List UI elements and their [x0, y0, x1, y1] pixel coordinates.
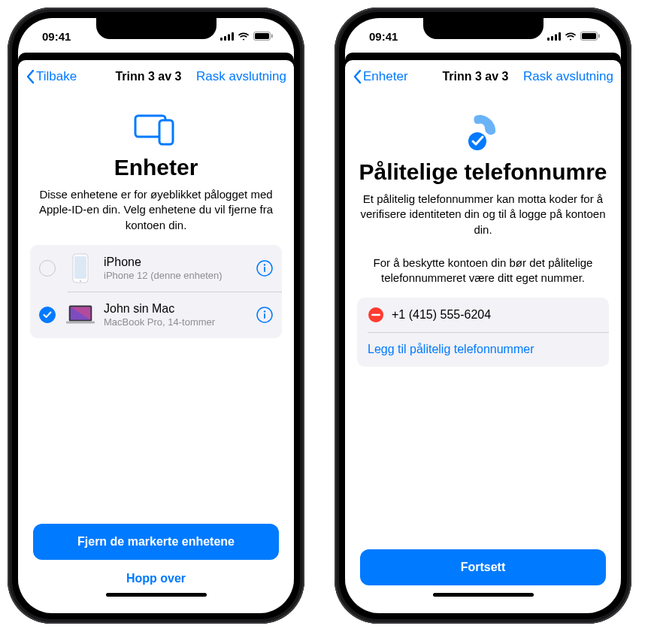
device-text: John sin Mac MacBook Pro, 14-tommer	[104, 302, 256, 328]
quick-exit-button[interactable]: Rask avslutning	[196, 69, 286, 84]
page-description-2: For å beskytte kontoen din bør det pålit…	[357, 255, 609, 286]
page-title: Enheter	[30, 155, 282, 180]
svg-rect-27	[598, 35, 600, 38]
svg-rect-6	[271, 35, 273, 38]
back-label: Enheter	[363, 69, 408, 84]
device-sub: iPhone 12 (denne enheten)	[104, 270, 256, 281]
info-icon[interactable]	[256, 260, 273, 277]
svg-rect-1	[224, 36, 226, 41]
devices-hero-icon	[30, 111, 282, 147]
svg-rect-23	[555, 34, 557, 41]
svg-rect-17	[66, 321, 95, 323]
iphone-thumb-icon	[65, 252, 96, 284]
device-text: iPhone iPhone 12 (denne enheten)	[104, 255, 256, 281]
phone-number-row[interactable]: +1 (415) 555-6204	[357, 298, 609, 332]
svg-rect-24	[559, 32, 561, 41]
add-phone-label: Legg til pålitelig telefonnummer	[368, 343, 534, 356]
svg-point-13	[264, 264, 265, 265]
screen: 09:41 Enheter Trinn 3 av 3 Rask avslutni…	[345, 18, 621, 613]
back-button[interactable]: Enheter	[353, 69, 428, 84]
phone-frame-right: 09:41 Enheter Trinn 3 av 3 Rask avslutni…	[335, 8, 631, 624]
modal-backdrop: Enheter Trinn 3 av 3 Rask avslutning Pål…	[345, 53, 621, 613]
wifi-icon	[565, 32, 577, 41]
back-label: Tilbake	[36, 69, 77, 84]
nav-title: Trinn 3 av 3	[428, 70, 523, 83]
content: Enheter Disse enhetene er for øyeblikket…	[18, 93, 294, 613]
notch	[96, 18, 216, 39]
wifi-icon	[238, 32, 250, 41]
modal-sheet: Tilbake Trinn 3 av 3 Rask avslutning Enh…	[18, 60, 294, 613]
svg-rect-2	[228, 34, 230, 41]
modal-sheet: Enheter Trinn 3 av 3 Rask avslutning Pål…	[345, 60, 621, 613]
cellular-icon	[547, 32, 561, 41]
svg-rect-20	[264, 313, 265, 319]
cellular-icon	[220, 32, 234, 41]
svg-rect-26	[582, 33, 596, 39]
page-description: Disse enhetene er for øyeblikket pålogge…	[30, 187, 282, 233]
chevron-left-icon	[26, 69, 35, 84]
remove-devices-button[interactable]: Fjern de markerte enhetene	[33, 524, 279, 560]
phone-number: +1 (415) 555-6204	[392, 308, 491, 322]
svg-rect-14	[264, 267, 265, 272]
page-title: Pålitelige telefonnumre	[357, 159, 609, 184]
screen: 09:41 Tilbake Trinn 3 av 3 Rask avslutni…	[18, 18, 294, 613]
skip-button[interactable]: Hopp over	[33, 567, 279, 588]
notch	[423, 18, 543, 39]
device-list: iPhone iPhone 12 (denne enheten)	[30, 245, 282, 338]
chevron-left-icon	[353, 69, 362, 84]
status-indicators	[547, 32, 600, 41]
home-indicator[interactable]	[433, 593, 534, 597]
phone-frame-left: 09:41 Tilbake Trinn 3 av 3 Rask avslutni…	[8, 8, 304, 624]
home-indicator[interactable]	[106, 593, 207, 597]
macbook-thumb-icon	[65, 299, 96, 331]
back-button[interactable]: Tilbake	[26, 69, 101, 84]
nav-bar: Enheter Trinn 3 av 3 Rask avslutning	[345, 60, 621, 93]
quick-exit-button[interactable]: Rask avslutning	[523, 69, 613, 84]
content: Pålitelige telefonnumre Et pålitelig tel…	[345, 93, 621, 613]
svg-rect-22	[551, 36, 553, 41]
svg-rect-21	[547, 38, 550, 41]
svg-point-19	[264, 310, 265, 312]
device-sub: MacBook Pro, 14-tommer	[104, 316, 256, 328]
modal-backdrop: Tilbake Trinn 3 av 3 Rask avslutning Enh…	[18, 53, 294, 613]
checkbox-checked[interactable]	[39, 307, 56, 323]
info-icon[interactable]	[256, 307, 273, 323]
svg-rect-30	[371, 314, 380, 316]
svg-point-11	[80, 280, 81, 282]
svg-rect-3	[232, 32, 234, 41]
remove-icon[interactable]	[368, 307, 384, 323]
svg-rect-0	[220, 38, 223, 41]
status-indicators	[220, 32, 273, 41]
device-row-mac[interactable]: John sin Mac MacBook Pro, 14-tommer	[30, 292, 282, 338]
bottom-actions: Fjern de markerte enhetene Hopp over	[30, 524, 282, 601]
svg-rect-10	[74, 256, 86, 279]
status-time: 09:41	[42, 30, 71, 43]
page-description-1: Et pålitelig telefonnummer kan motta kod…	[357, 192, 609, 237]
trusted-phone-hero-icon	[357, 111, 609, 152]
bottom-actions: Fortsett	[357, 549, 609, 601]
status-time: 09:41	[369, 30, 398, 43]
nav-title: Trinn 3 av 3	[101, 70, 196, 83]
device-row-iphone[interactable]: iPhone iPhone 12 (denne enheten)	[30, 245, 282, 292]
continue-button[interactable]: Fortsett	[360, 549, 606, 585]
device-name: iPhone	[104, 255, 256, 269]
svg-rect-5	[255, 33, 269, 39]
add-phone-row[interactable]: Legg til pålitelig telefonnummer	[357, 332, 609, 367]
battery-icon	[580, 32, 600, 41]
battery-icon	[253, 32, 273, 41]
svg-rect-8	[159, 120, 173, 144]
checkbox-unchecked[interactable]	[39, 260, 56, 277]
phone-number-list: +1 (415) 555-6204 Legg til pålitelig tel…	[357, 298, 609, 367]
nav-bar: Tilbake Trinn 3 av 3 Rask avslutning	[18, 60, 294, 93]
device-name: John sin Mac	[104, 302, 256, 316]
